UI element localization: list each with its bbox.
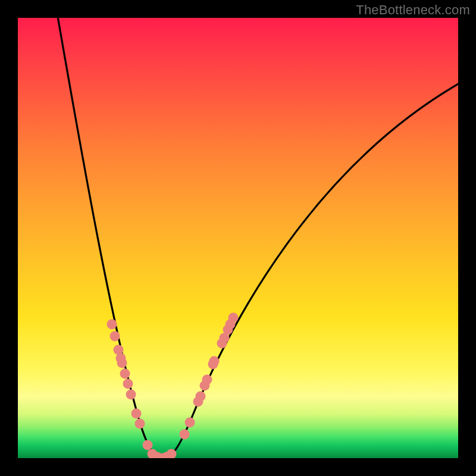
annotation-dot bbox=[117, 358, 127, 368]
annotation-dot bbox=[135, 419, 145, 429]
annotation-dot bbox=[196, 392, 206, 402]
annotation-dot bbox=[123, 379, 133, 389]
annotation-dot bbox=[131, 409, 142, 419]
annotation-dot bbox=[107, 320, 117, 330]
annotation-dots bbox=[107, 313, 239, 459]
watermark-text: TheBottleneck.com bbox=[356, 2, 470, 18]
bottleneck-curve-svg bbox=[18, 18, 458, 458]
annotation-dot bbox=[126, 390, 136, 400]
annotation-dot bbox=[209, 356, 220, 367]
annotation-dot bbox=[120, 369, 130, 379]
annotation-dot bbox=[143, 440, 153, 450]
annotation-dot bbox=[110, 331, 120, 342]
annotation-dot bbox=[185, 418, 195, 428]
annotation-dot bbox=[202, 375, 212, 385]
annotation-dot bbox=[180, 430, 190, 440]
chart-area bbox=[18, 18, 458, 458]
annotation-dot bbox=[228, 313, 239, 323]
bottleneck-curve bbox=[55, 18, 458, 458]
